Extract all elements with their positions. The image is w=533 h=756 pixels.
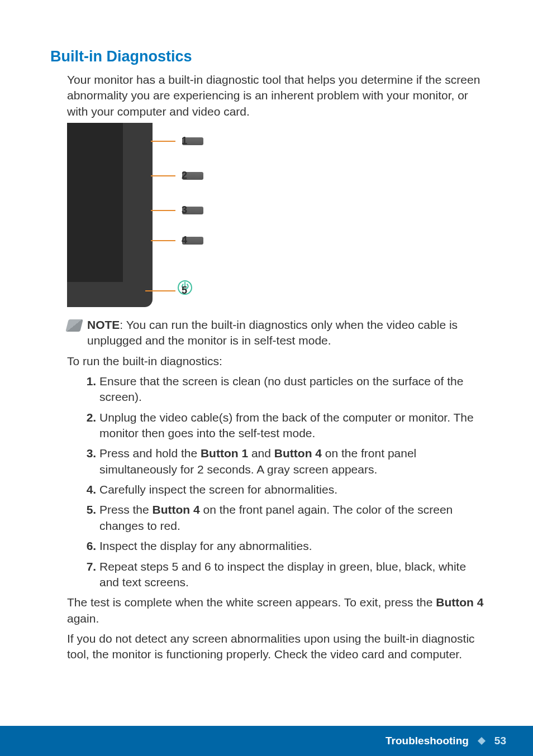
leader-line-4 xyxy=(151,240,175,241)
step-7: Repeat steps 5 and 6 to inspect the disp… xyxy=(99,559,483,591)
step-1: Ensure that the screen is clean (no dust… xyxy=(99,374,483,405)
step-3-button4: Button 4 xyxy=(274,447,322,460)
callout-4: 4 xyxy=(182,235,187,246)
leader-line-3 xyxy=(151,210,175,211)
closing1-button4: Button 4 xyxy=(436,596,483,609)
callout-3: 3 xyxy=(182,204,187,216)
callout-5: 5 xyxy=(182,285,187,296)
step-4: Carefully inspect the screen for abnorma… xyxy=(99,482,483,497)
monitor-screen xyxy=(67,123,123,282)
note-icon xyxy=(65,319,83,332)
step-5: Press the Button 4 on the front panel ag… xyxy=(99,502,483,534)
step-3-button1: Button 1 xyxy=(201,447,248,460)
closing-paragraph-2: If you do not detect any screen abnormal… xyxy=(67,631,488,663)
step-3-mid: and xyxy=(248,447,274,460)
steps-list: Ensure that the screen is clean (no dust… xyxy=(82,374,488,590)
document-page: Built-in Diagnostics Your monitor has a … xyxy=(0,0,533,756)
callout-1: 1 xyxy=(182,135,187,147)
section-heading: Built-in Diagnostics xyxy=(50,48,488,65)
note-label: NOTE xyxy=(87,318,120,331)
note-block: NOTE: You can run the built-in diagnosti… xyxy=(67,317,488,349)
closing1-c: again. xyxy=(67,612,99,625)
diamond-icon xyxy=(478,737,486,745)
step-5-text-a: Press the xyxy=(99,503,153,516)
footer-page-number: 53 xyxy=(494,735,506,747)
note-text: NOTE: You can run the built-in diagnosti… xyxy=(87,317,488,349)
step-3: Press and hold the Button 1 and Button 4… xyxy=(99,446,483,477)
leader-line-5 xyxy=(145,290,175,291)
leader-line-1 xyxy=(151,141,175,142)
callout-2: 2 xyxy=(182,170,187,181)
closing-paragraph-1: The test is complete when the white scre… xyxy=(67,595,488,626)
step-5-button4: Button 4 xyxy=(153,503,200,516)
run-instruction: To run the built-in diagnostics: xyxy=(67,353,488,369)
step-3-text-a: Press and hold the xyxy=(99,447,201,460)
page-footer: Troubleshooting 53 xyxy=(0,726,533,756)
monitor-buttons-diagram: 1 2 3 4 5 xyxy=(67,123,201,307)
closing1-a: The test is complete when the white scre… xyxy=(67,596,436,609)
step-6: Inspect the display for any abnormalitie… xyxy=(99,538,483,554)
footer-section-name: Troubleshooting xyxy=(386,735,469,747)
leader-line-2 xyxy=(151,175,175,176)
note-body: : You can run the built-in diagnostics o… xyxy=(87,318,458,347)
intro-paragraph: Your monitor has a built-in diagnostic t… xyxy=(67,72,488,119)
step-2: Unplug the video cable(s) from the back … xyxy=(99,410,483,442)
